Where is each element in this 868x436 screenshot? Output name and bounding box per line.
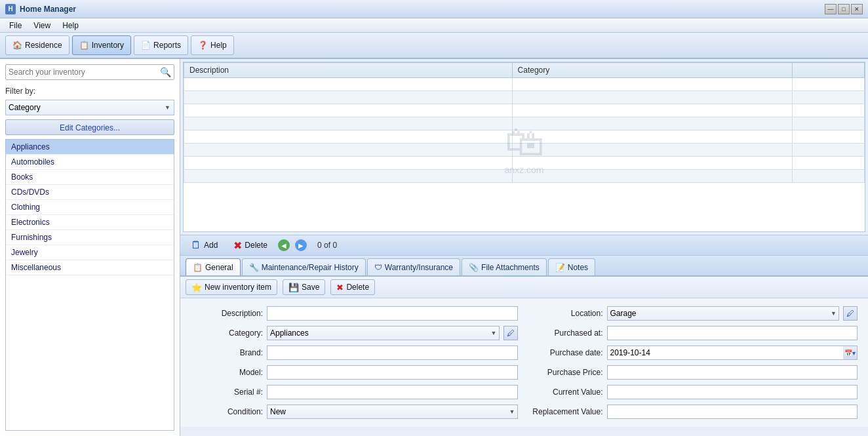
- purchase-date-input[interactable]: 2019-10-14: [607, 346, 858, 360]
- add-button[interactable]: 🗒 Add: [186, 238, 223, 252]
- new-item-label: New inventory item: [205, 283, 271, 292]
- toolbar-inventory[interactable]: 📋 Inventory: [72, 35, 131, 55]
- new-item-icon: ⭐: [191, 283, 202, 292]
- search-icon[interactable]: 🔍: [160, 67, 171, 77]
- tab-general[interactable]: 📋 General: [186, 258, 241, 275]
- maintenance-tab-label: Maintenance/Repair History: [262, 263, 359, 272]
- minimize-button[interactable]: —: [825, 4, 837, 14]
- toolbar-inventory-label: Inventory: [92, 41, 124, 50]
- brand-input[interactable]: [267, 346, 518, 360]
- menu-file[interactable]: File: [4, 20, 27, 31]
- add-label: Add: [204, 241, 218, 250]
- current-value-input[interactable]: [607, 385, 858, 399]
- prev-button[interactable]: ◀: [278, 239, 290, 251]
- toolbar-reports[interactable]: 📄 Reports: [134, 35, 188, 55]
- purchase-date-row: Purchase date: 2019-10-14 📅▾: [531, 346, 858, 360]
- new-item-button[interactable]: ⭐ New inventory item: [186, 279, 277, 295]
- category-select-wrap: Appliances Automobiles Books CDs/DVDs Cl…: [267, 326, 500, 340]
- condition-select-wrap: New Excellent Good Fair Poor ▼: [267, 405, 518, 419]
- description-row: Description:: [191, 306, 518, 321]
- serial-label: Serial #:: [191, 387, 263, 397]
- search-box: 🔍: [5, 64, 174, 80]
- condition-select[interactable]: New Excellent Good Fair Poor: [267, 405, 518, 419]
- general-tab-icon: 📋: [193, 263, 203, 272]
- tab-warranty[interactable]: 🛡 Warranty/Insurance: [367, 258, 460, 275]
- page-count: 0 of 0: [317, 241, 337, 250]
- location-edit-button[interactable]: 🖊: [843, 306, 858, 321]
- replacement-value-row: Replacement Value:: [531, 405, 858, 419]
- save-button[interactable]: 💾 Save: [283, 279, 325, 295]
- calendar-button[interactable]: 📅▾: [843, 346, 858, 360]
- category-item-appliances[interactable]: Appliances: [6, 140, 174, 155]
- title-bar-controls: — □ ✕: [825, 4, 863, 14]
- action-delete-icon: ✖: [336, 283, 344, 292]
- purchase-price-row: Purchase Price:: [531, 365, 858, 380]
- category-item-automobiles[interactable]: Automobiles: [6, 155, 174, 170]
- category-item-electronics[interactable]: Electronics: [6, 215, 174, 230]
- brand-row: Brand:: [191, 346, 518, 360]
- tab-notes[interactable]: 📝 Notes: [548, 258, 595, 275]
- add-icon: 🗒: [191, 239, 201, 251]
- delete-button[interactable]: ✖ Delete: [228, 238, 273, 253]
- category-item-clothing[interactable]: Clothing: [6, 200, 174, 215]
- purchase-price-input[interactable]: [607, 365, 858, 380]
- model-input[interactable]: [267, 365, 518, 380]
- inventory-table-area: Description Category 🛍: [183, 62, 865, 232]
- table-row: [184, 170, 865, 183]
- model-row: Model:: [191, 365, 518, 380]
- location-label: Location:: [531, 309, 603, 318]
- filter-select[interactable]: Category: [5, 100, 174, 115]
- description-input[interactable]: [267, 306, 518, 321]
- table-row: [184, 144, 865, 157]
- edit-categories-button[interactable]: Edit Categories...: [5, 119, 174, 135]
- category-item-miscellaneous[interactable]: Miscellaneous: [6, 260, 174, 275]
- toolbar-help[interactable]: ❓ Help: [191, 35, 234, 55]
- purchase-price-label: Purchase Price:: [531, 368, 603, 377]
- current-value-row: Current Value:: [531, 385, 858, 399]
- warranty-tab-label: Warranty/Insurance: [385, 263, 453, 272]
- col-category: Category: [512, 63, 792, 78]
- action-bar: ⭐ New inventory item 💾 Save ✖ Delete: [180, 277, 868, 298]
- general-tab-label: General: [205, 263, 233, 272]
- next-button[interactable]: ▶: [295, 239, 307, 251]
- action-delete-label: Delete: [346, 283, 369, 292]
- category-item-books[interactable]: Books: [6, 170, 174, 185]
- category-item-cds-dvds[interactable]: CDs/DVDs: [6, 185, 174, 200]
- toolbar-reports-label: Reports: [153, 41, 181, 50]
- serial-row: Serial #:: [191, 385, 518, 399]
- toolbar-residence[interactable]: 🏠 Residence: [5, 35, 69, 55]
- serial-input[interactable]: [267, 385, 518, 399]
- description-label: Description:: [191, 309, 263, 318]
- purchased-at-input[interactable]: [607, 326, 858, 340]
- maximize-button[interactable]: □: [838, 4, 850, 14]
- app-title: Home Manager: [20, 5, 76, 14]
- col-description: Description: [184, 63, 513, 78]
- replacement-value-input[interactable]: [607, 405, 858, 419]
- brand-label: Brand:: [191, 348, 263, 357]
- app-icon: H: [5, 4, 16, 14]
- purchased-at-row: Purchased at:: [531, 326, 858, 340]
- warranty-tab-icon: 🛡: [374, 263, 382, 272]
- menu-bar: File View Help: [0, 18, 868, 33]
- tab-attachments[interactable]: 📎 File Attachments: [462, 258, 547, 275]
- purchase-date-label: Purchase date:: [531, 348, 603, 357]
- location-select[interactable]: Garage Kitchen Living Room Bedroom Basem…: [607, 306, 840, 321]
- col-extra: [792, 63, 864, 78]
- category-list: Appliances Automobiles Books CDs/DVDs Cl…: [5, 139, 174, 431]
- tab-maintenance[interactable]: 🔧 Maintenance/Repair History: [242, 258, 366, 275]
- category-item-furnishings[interactable]: Furnishings: [6, 230, 174, 245]
- purchased-at-label: Purchased at:: [531, 328, 603, 338]
- category-item-jewelry[interactable]: Jewelry: [6, 245, 174, 260]
- category-select[interactable]: Appliances Automobiles Books CDs/DVDs Cl…: [267, 326, 500, 340]
- title-bar-left: H Home Manager: [5, 4, 76, 14]
- menu-view[interactable]: View: [28, 20, 56, 31]
- condition-row: Condition: New Excellent Good Fair Poor …: [191, 405, 518, 419]
- menu-help[interactable]: Help: [57, 20, 84, 31]
- purchase-date-wrap: 2019-10-14 📅▾: [607, 346, 858, 360]
- search-input[interactable]: [9, 68, 160, 77]
- category-edit-button[interactable]: 🖊: [503, 326, 518, 340]
- close-button[interactable]: ✕: [851, 4, 863, 14]
- inventory-table: Description Category: [184, 62, 865, 183]
- action-delete-button[interactable]: ✖ Delete: [330, 279, 375, 295]
- location-select-wrap: Garage Kitchen Living Room Bedroom Basem…: [607, 306, 840, 321]
